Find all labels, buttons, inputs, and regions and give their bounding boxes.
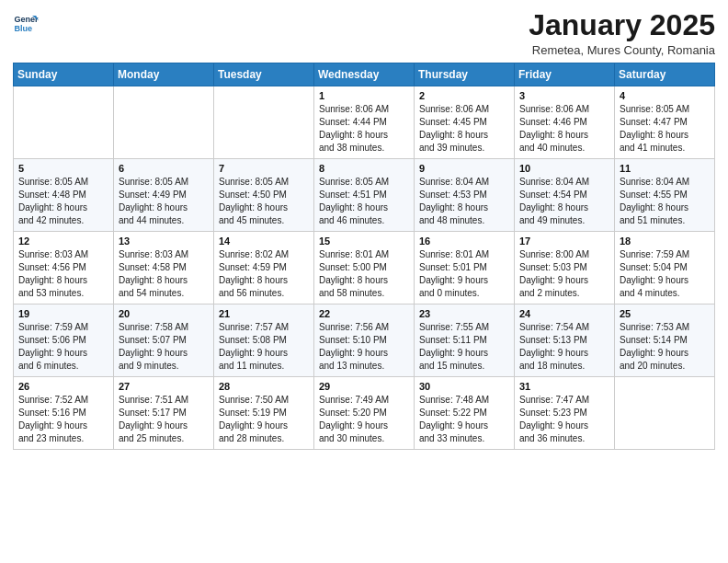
subtitle: Remetea, Mures County, Romania: [529, 43, 715, 57]
logo: General Blue: [13, 9, 39, 35]
day-info: Sunrise: 7:56 AM Sunset: 5:10 PM Dayligh…: [319, 321, 409, 373]
day-number: 9: [419, 163, 509, 174]
day-number: 23: [419, 308, 509, 319]
day-info: Sunrise: 8:06 AM Sunset: 4:45 PM Dayligh…: [419, 103, 509, 155]
day-cell: [615, 377, 715, 450]
day-cell: 19Sunrise: 7:59 AM Sunset: 5:06 PM Dayli…: [14, 304, 114, 377]
day-cell: 2Sunrise: 8:06 AM Sunset: 4:45 PM Daylig…: [415, 86, 515, 159]
day-cell: 28Sunrise: 7:50 AM Sunset: 5:19 PM Dayli…: [214, 377, 314, 450]
day-number: 30: [419, 381, 509, 392]
day-number: 1: [319, 90, 409, 101]
day-cell: 9Sunrise: 8:04 AM Sunset: 4:53 PM Daylig…: [415, 159, 515, 232]
day-info: Sunrise: 7:57 AM Sunset: 5:08 PM Dayligh…: [219, 321, 309, 373]
day-cell: 24Sunrise: 7:54 AM Sunset: 5:13 PM Dayli…: [515, 304, 615, 377]
day-info: Sunrise: 7:48 AM Sunset: 5:22 PM Dayligh…: [419, 394, 509, 445]
day-number: 7: [219, 163, 309, 174]
day-number: 26: [18, 381, 108, 392]
day-cell: 29Sunrise: 7:49 AM Sunset: 5:20 PM Dayli…: [314, 377, 415, 450]
day-number: 18: [620, 236, 710, 247]
day-info: Sunrise: 8:05 AM Sunset: 4:47 PM Dayligh…: [620, 103, 710, 155]
day-info: Sunrise: 8:05 AM Sunset: 4:48 PM Dayligh…: [18, 176, 108, 227]
weekday-header-tuesday: Tuesday: [214, 63, 314, 86]
week-row-3: 12Sunrise: 8:03 AM Sunset: 4:56 PM Dayli…: [14, 232, 715, 304]
day-number: 29: [319, 381, 409, 392]
day-number: 6: [119, 163, 209, 174]
week-row-5: 26Sunrise: 7:52 AM Sunset: 5:16 PM Dayli…: [14, 377, 715, 450]
day-number: 12: [18, 236, 108, 247]
day-info: Sunrise: 8:06 AM Sunset: 4:44 PM Dayligh…: [319, 103, 409, 155]
day-info: Sunrise: 7:47 AM Sunset: 5:23 PM Dayligh…: [519, 394, 609, 445]
day-cell: 27Sunrise: 7:51 AM Sunset: 5:17 PM Dayli…: [114, 377, 214, 450]
day-number: 24: [519, 308, 609, 319]
page: General Blue January 2025 Remetea, Mures…: [0, 0, 728, 563]
day-cell: 26Sunrise: 7:52 AM Sunset: 5:16 PM Dayli…: [14, 377, 114, 450]
day-info: Sunrise: 8:06 AM Sunset: 4:46 PM Dayligh…: [519, 103, 609, 155]
day-cell: [14, 86, 114, 159]
day-cell: 20Sunrise: 7:58 AM Sunset: 5:07 PM Dayli…: [114, 304, 214, 377]
day-info: Sunrise: 8:03 AM Sunset: 4:56 PM Dayligh…: [18, 248, 108, 300]
day-number: 8: [319, 163, 409, 174]
day-number: 19: [18, 308, 108, 319]
day-cell: 16Sunrise: 8:01 AM Sunset: 5:01 PM Dayli…: [415, 232, 515, 304]
day-cell: 7Sunrise: 8:05 AM Sunset: 4:50 PM Daylig…: [214, 159, 314, 232]
day-cell: 14Sunrise: 8:02 AM Sunset: 4:59 PM Dayli…: [214, 232, 314, 304]
day-number: 15: [319, 236, 409, 247]
day-info: Sunrise: 7:54 AM Sunset: 5:13 PM Dayligh…: [519, 321, 609, 373]
weekday-header-monday: Monday: [114, 63, 214, 86]
day-number: 22: [319, 308, 409, 319]
day-info: Sunrise: 8:04 AM Sunset: 4:54 PM Dayligh…: [519, 176, 609, 227]
day-cell: 13Sunrise: 8:03 AM Sunset: 4:58 PM Dayli…: [114, 232, 214, 304]
day-cell: [114, 86, 214, 159]
day-info: Sunrise: 8:05 AM Sunset: 4:51 PM Dayligh…: [319, 176, 409, 227]
day-cell: 18Sunrise: 7:59 AM Sunset: 5:04 PM Dayli…: [615, 232, 715, 304]
day-number: 2: [419, 90, 509, 101]
day-number: 11: [620, 163, 710, 174]
day-info: Sunrise: 8:03 AM Sunset: 4:58 PM Dayligh…: [119, 248, 209, 300]
day-number: 3: [519, 90, 609, 101]
day-info: Sunrise: 7:59 AM Sunset: 5:04 PM Dayligh…: [620, 248, 710, 300]
day-number: 28: [219, 381, 309, 392]
day-cell: 17Sunrise: 8:00 AM Sunset: 5:03 PM Dayli…: [515, 232, 615, 304]
day-number: 10: [519, 163, 609, 174]
weekday-header-wednesday: Wednesday: [314, 63, 415, 86]
month-title: January 2025: [529, 9, 715, 41]
day-cell: 8Sunrise: 8:05 AM Sunset: 4:51 PM Daylig…: [314, 159, 415, 232]
day-info: Sunrise: 7:55 AM Sunset: 5:11 PM Dayligh…: [419, 321, 509, 373]
day-cell: 3Sunrise: 8:06 AM Sunset: 4:46 PM Daylig…: [515, 86, 615, 159]
day-cell: 5Sunrise: 8:05 AM Sunset: 4:48 PM Daylig…: [14, 159, 114, 232]
day-cell: 4Sunrise: 8:05 AM Sunset: 4:47 PM Daylig…: [615, 86, 715, 159]
day-cell: 1Sunrise: 8:06 AM Sunset: 4:44 PM Daylig…: [314, 86, 415, 159]
calendar: SundayMondayTuesdayWednesdayThursdayFrid…: [13, 63, 715, 450]
day-cell: [214, 86, 314, 159]
day-cell: 22Sunrise: 7:56 AM Sunset: 5:10 PM Dayli…: [314, 304, 415, 377]
header: General Blue January 2025 Remetea, Mures…: [13, 9, 715, 57]
day-info: Sunrise: 7:58 AM Sunset: 5:07 PM Dayligh…: [119, 321, 209, 373]
day-cell: 10Sunrise: 8:04 AM Sunset: 4:54 PM Dayli…: [515, 159, 615, 232]
day-cell: 23Sunrise: 7:55 AM Sunset: 5:11 PM Dayli…: [415, 304, 515, 377]
day-number: 20: [119, 308, 209, 319]
day-info: Sunrise: 8:02 AM Sunset: 4:59 PM Dayligh…: [219, 248, 309, 300]
svg-text:Blue: Blue: [14, 24, 32, 33]
day-cell: 15Sunrise: 8:01 AM Sunset: 5:00 PM Dayli…: [314, 232, 415, 304]
day-info: Sunrise: 7:53 AM Sunset: 5:14 PM Dayligh…: [620, 321, 710, 373]
day-info: Sunrise: 8:04 AM Sunset: 4:53 PM Dayligh…: [419, 176, 509, 227]
day-cell: 6Sunrise: 8:05 AM Sunset: 4:49 PM Daylig…: [114, 159, 214, 232]
weekday-header-thursday: Thursday: [415, 63, 515, 86]
day-info: Sunrise: 8:01 AM Sunset: 5:01 PM Dayligh…: [419, 248, 509, 300]
day-info: Sunrise: 8:04 AM Sunset: 4:55 PM Dayligh…: [620, 176, 710, 227]
title-block: January 2025 Remetea, Mures County, Roma…: [529, 9, 715, 57]
day-cell: 11Sunrise: 8:04 AM Sunset: 4:55 PM Dayli…: [615, 159, 715, 232]
day-number: 31: [519, 381, 609, 392]
day-number: 21: [219, 308, 309, 319]
day-cell: 25Sunrise: 7:53 AM Sunset: 5:14 PM Dayli…: [615, 304, 715, 377]
weekday-header-row: SundayMondayTuesdayWednesdayThursdayFrid…: [14, 63, 715, 86]
weekday-header-saturday: Saturday: [615, 63, 715, 86]
week-row-4: 19Sunrise: 7:59 AM Sunset: 5:06 PM Dayli…: [14, 304, 715, 377]
day-number: 25: [620, 308, 710, 319]
day-number: 17: [519, 236, 609, 247]
day-info: Sunrise: 7:59 AM Sunset: 5:06 PM Dayligh…: [18, 321, 108, 373]
day-number: 13: [119, 236, 209, 247]
weekday-header-sunday: Sunday: [14, 63, 114, 86]
logo-icon: General Blue: [13, 9, 39, 35]
day-cell: 30Sunrise: 7:48 AM Sunset: 5:22 PM Dayli…: [415, 377, 515, 450]
